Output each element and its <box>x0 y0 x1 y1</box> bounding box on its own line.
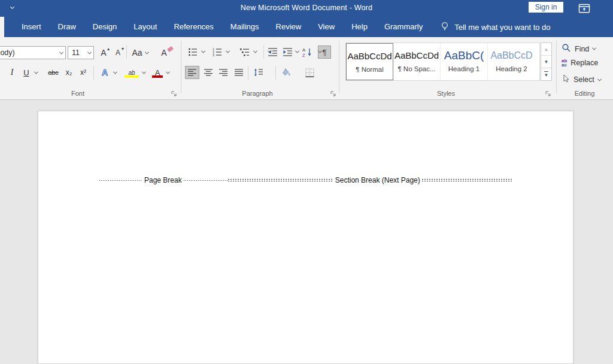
numbering-button[interactable]: 123 <box>211 46 224 58</box>
highlight-color-bar <box>125 75 139 78</box>
style-preview: AaBbCcDd <box>393 50 440 62</box>
tab-mailings[interactable]: Mailings <box>222 17 268 37</box>
subscript-icon: x₂ <box>66 68 72 77</box>
page-break-label: Page Break <box>142 176 184 184</box>
superscript-button[interactable]: x² <box>77 66 90 78</box>
font-size-combo[interactable]: 11 <box>68 46 94 59</box>
underline-dropdown[interactable] <box>34 70 38 74</box>
styles-scroll-up-icon[interactable]: ▲ <box>541 43 551 56</box>
page-break-leader <box>99 180 142 181</box>
font-color-button[interactable]: A <box>151 66 164 78</box>
editing-group-label: Editing <box>556 90 613 97</box>
word-window: New Microsoft Word Document - Word Sign … <box>0 0 613 364</box>
highlight-icon: ab <box>128 69 135 76</box>
select-dropdown[interactable] <box>597 77 602 81</box>
subscript-button[interactable]: x₂ <box>62 66 75 78</box>
increase-indent-button[interactable] <box>281 46 295 58</box>
ribbon-tab-row: Insert Draw Design Layout References Mai… <box>0 17 613 37</box>
tab-review[interactable]: Review <box>268 17 310 37</box>
text-effects-button[interactable]: A <box>98 66 111 78</box>
underline-icon: U <box>23 68 29 77</box>
highlight-button[interactable]: ab <box>123 66 140 78</box>
style-name: ¶ Normal <box>347 66 393 73</box>
shrink-font-button[interactable]: A ▾ <box>111 47 125 59</box>
font-group-label: Font <box>24 90 132 97</box>
text-effects-dropdown[interactable] <box>113 70 117 74</box>
title-bar: New Microsoft Word Document - Word Sign … <box>0 0 613 17</box>
grow-font-button[interactable]: A ▴ <box>97 47 110 59</box>
highlight-dropdown[interactable] <box>142 70 146 74</box>
italic-button[interactable]: I <box>6 66 18 78</box>
strikethrough-button[interactable]: abc <box>44 66 62 78</box>
style-no-spacing[interactable]: AaBbCcDd ¶ No Spac... <box>393 43 441 80</box>
superscript-icon: x² <box>80 68 86 77</box>
justify-button[interactable] <box>232 66 245 78</box>
sign-in-button[interactable]: Sign in <box>529 2 563 13</box>
style-name: Heading 1 <box>441 65 487 72</box>
tab-draw[interactable]: Draw <box>50 17 84 37</box>
styles-scroll-down-icon[interactable]: ▼ <box>541 56 551 68</box>
styles-gallery: AaBbCcDd ¶ Normal AaBbCcDd ¶ No Spac... … <box>345 43 540 81</box>
style-normal[interactable]: AaBbCcDd ¶ Normal <box>346 43 393 80</box>
tab-grammarly[interactable]: Grammarly <box>376 17 431 37</box>
ribbon-display-options-icon[interactable] <box>578 3 590 13</box>
style-heading-1[interactable]: AaBbC( Heading 1 <box>441 43 488 80</box>
font-name-value: libri (Body) <box>0 48 57 57</box>
font-color-bar <box>152 75 163 78</box>
tab-layout[interactable]: Layout <box>125 17 165 37</box>
style-heading-2[interactable]: AaBbCcD Heading 2 <box>488 43 535 80</box>
styles-gallery-more-icon[interactable]: ▼ <box>541 68 551 80</box>
replace-label: Replace <box>570 59 598 67</box>
style-name: ¶ No Spac... <box>393 65 440 72</box>
bullets-dropdown[interactable] <box>201 49 205 53</box>
paragraph-dialog-launcher-icon[interactable] <box>330 90 337 98</box>
clear-formatting-button[interactable]: A <box>156 47 172 59</box>
multilevel-dropdown[interactable] <box>253 49 257 53</box>
numbering-dropdown[interactable] <box>226 49 230 53</box>
tab-home-partial[interactable] <box>0 17 4 37</box>
clear-formatting-icon: A <box>161 48 166 57</box>
find-dropdown[interactable] <box>592 46 596 50</box>
tab-design[interactable]: Design <box>84 17 125 37</box>
multilevel-list-button[interactable] <box>238 46 251 58</box>
lightbulb-icon <box>441 22 449 33</box>
style-name: Heading 2 <box>488 65 535 72</box>
paragraph-group-label: Paragraph <box>186 90 329 97</box>
svg-text:3: 3 <box>213 53 214 57</box>
tab-view[interactable]: View <box>309 17 343 37</box>
font-name-combo[interactable]: libri (Body) <box>0 46 66 59</box>
chevron-down-icon <box>57 51 65 54</box>
font-color-dropdown[interactable] <box>166 70 170 74</box>
shading-button[interactable] <box>279 66 293 78</box>
tell-me-label: Tell me what you want to do <box>454 23 550 32</box>
styles-group-label: Styles <box>339 90 553 97</box>
align-right-button[interactable] <box>217 66 230 78</box>
section-break-leader <box>228 179 333 181</box>
change-case-button[interactable]: Aa <box>129 47 151 59</box>
tell-me-box[interactable]: Tell me what you want to do <box>441 22 550 33</box>
sort-button[interactable]: A Z <box>300 46 314 58</box>
align-left-button[interactable] <box>185 66 199 79</box>
align-center-button[interactable] <box>202 66 215 78</box>
bullets-button[interactable] <box>186 46 199 58</box>
styles-dialog-launcher-icon[interactable] <box>545 90 552 98</box>
replace-button[interactable]: ab ac Replace <box>562 59 598 67</box>
text-effects-icon: A <box>102 68 108 77</box>
tab-help[interactable]: Help <box>343 17 376 37</box>
font-dialog-launcher-icon[interactable] <box>171 90 178 98</box>
borders-button[interactable] <box>303 66 316 78</box>
find-button[interactable]: Find <box>562 43 596 54</box>
underline-button[interactable]: U <box>20 66 32 78</box>
section-break-label: Section Break (Next Page) <box>333 176 422 184</box>
replace-icon: ab ac <box>562 59 567 67</box>
line-spacing-button[interactable] <box>251 66 266 78</box>
select-button[interactable]: Select <box>562 74 601 85</box>
tab-insert[interactable]: Insert <box>13 17 50 37</box>
search-icon <box>562 43 571 54</box>
chevron-down-icon <box>85 51 93 54</box>
tab-references[interactable]: References <box>165 17 221 37</box>
strikethrough-icon: abc <box>48 69 59 76</box>
document-page[interactable]: Page Break Section Break (Next Page) <box>38 111 573 364</box>
shading-dropdown[interactable] <box>295 49 299 53</box>
section-break-trailer <box>422 179 512 181</box>
